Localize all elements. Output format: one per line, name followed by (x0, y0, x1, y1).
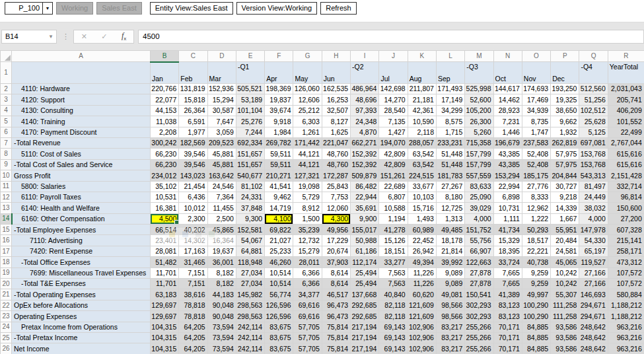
cell-K3[interactable]: 21,181 (408, 94, 436, 105)
column-header-H[interactable]: H (322, 51, 350, 62)
cell-L1[interactable]: Sep (436, 62, 464, 84)
cell-H15[interactable]: 49,956 (322, 225, 350, 235)
row-header-24[interactable]: 24 (1, 322, 12, 332)
cell-L20[interactable]: 9,089 (436, 279, 464, 289)
cell-A16[interactable]: 7110: Advertising (12, 235, 151, 246)
cell-A2[interactable]: 4110: Hardware (12, 84, 151, 94)
cell-P18[interactable]: 45,065 (551, 257, 579, 267)
cell-F12[interactable]: 9,462 (265, 192, 293, 202)
cell-J11[interactable]: 22,689 (379, 181, 408, 192)
cell-O20[interactable]: 9,259 (522, 279, 550, 289)
cell-E6[interactable]: 7,244 (236, 127, 264, 137)
cell-H13[interactable]: 12,060 (322, 203, 350, 213)
cell-P4[interactable]: 38,650 (551, 105, 579, 116)
row-header-5[interactable]: 5 (1, 116, 12, 127)
cell-F16[interactable]: 21,027 (265, 235, 293, 246)
cell-C4[interactable]: 26,364 (179, 105, 207, 116)
cell-K10[interactable]: 224,515 (408, 170, 436, 181)
cell-Q3[interactable]: 51,256 (579, 94, 608, 105)
cell-E4[interactable]: 101,104 (236, 105, 264, 116)
cell-M23[interactable]: 302,293 (465, 311, 493, 322)
cell-F17[interactable]: 25,233 (265, 246, 293, 256)
cell-R26[interactable]: 963,216 (608, 343, 644, 354)
cell-N9[interactable]: 43,385 (493, 159, 522, 170)
cell-B6[interactable]: 2,208 (151, 127, 179, 137)
cell-B2[interactable]: 220,766 (151, 84, 179, 94)
chevron-down-icon[interactable]: ▼ (42, 3, 52, 14)
cell-G24[interactable]: 57,705 (293, 322, 322, 332)
cell-F7[interactable]: 269,782 (265, 137, 293, 148)
cell-M24[interactable]: 255,266 (465, 322, 493, 332)
cell-R25[interactable]: 963,216 (608, 332, 644, 343)
cell-F23[interactable]: 126,596 (265, 311, 293, 322)
row-header-3[interactable]: 3 (1, 94, 12, 105)
cell-R23[interactable]: 1,188,212 (608, 311, 644, 322)
pov-page-selector[interactable]: P_100 ▼ (5, 2, 53, 15)
cell-G23[interactable]: 69,616 (293, 311, 322, 322)
cell-P1[interactable]: Dec (551, 62, 579, 84)
cell-K16[interactable]: 22,452 (408, 235, 436, 246)
cell-P9[interactable]: 57,975 (551, 159, 579, 170)
cell-H4[interactable]: 32,507 (322, 105, 350, 116)
cell-Q11[interactable]: 81,497 (579, 181, 608, 192)
cell-P20[interactable]: 10,242 (551, 279, 579, 289)
cell-B21[interactable]: 63,183 (151, 289, 179, 300)
cell-P16[interactable]: 20,484 (551, 235, 579, 246)
cell-I26[interactable]: 217,194 (351, 343, 379, 354)
cell-B12[interactable]: 10,531 (151, 192, 179, 202)
cell-J23[interactable]: 82,118 (379, 311, 408, 322)
cell-C17[interactable]: 17,163 (179, 246, 207, 256)
cell-O19[interactable]: 9,259 (522, 267, 550, 278)
cell-J7[interactable]: 194,070 (379, 137, 408, 148)
cell-K22[interactable]: 121,609 (408, 300, 436, 310)
column-header-R[interactable]: R (608, 51, 644, 62)
cell-I13[interactable]: 35,691 (351, 203, 379, 213)
cell-I23[interactable]: 292,685 (351, 311, 379, 322)
column-header-B[interactable]: B (151, 51, 179, 62)
cell-C15[interactable]: 40,202 (179, 225, 207, 235)
cell-B19[interactable]: 11,701 (151, 267, 179, 278)
cell-M26[interactable]: 255,266 (465, 343, 493, 354)
cell-C21[interactable]: 38,616 (179, 289, 207, 300)
cell-J4[interactable]: 28,540 (379, 105, 408, 116)
cell-Q7[interactable]: 697,081 (579, 137, 608, 148)
cell-A6[interactable]: 4170: Payment Discount (12, 127, 151, 137)
cell-L25[interactable]: 83,217 (436, 332, 464, 343)
cell-A14[interactable]: 6160: Other Compensation (12, 213, 151, 224)
cell-M3[interactable]: 52,600 (465, 94, 493, 105)
cell-M13[interactable]: 39,029 (465, 203, 493, 213)
cell-F1[interactable]: Apr (265, 62, 293, 84)
cell-B11[interactable]: 35,102 (151, 181, 179, 192)
cell-G12[interactable]: 5,729 (293, 192, 322, 202)
cell-L10[interactable]: 181,783 (436, 170, 464, 181)
cell-I25[interactable]: 217,194 (351, 332, 379, 343)
row-header-14[interactable]: 14 (1, 213, 12, 224)
cell-P15[interactable]: 55,951 (551, 225, 579, 235)
cell-R19[interactable]: 107,572 (608, 267, 644, 278)
cell-I16[interactable]: 50,988 (351, 235, 379, 246)
cell-K24[interactable]: 102,906 (408, 322, 436, 332)
cell-R2[interactable]: 2,031,043 (608, 84, 644, 94)
cell-N2[interactable]: 144,617 (493, 84, 522, 94)
cell-J16[interactable]: 15,126 (379, 235, 408, 246)
cell-A22[interactable]: OpEx before Allocations (12, 300, 151, 310)
cell-M5[interactable]: 26,300 (465, 116, 493, 127)
cell-K21[interactable]: 60,620 (408, 289, 436, 300)
cell-O23[interactable]: 100,290 (522, 311, 550, 322)
cell-E26[interactable]: 242,114 (236, 343, 264, 354)
cell-D21[interactable]: 44,183 (207, 289, 236, 300)
cell-A10[interactable]: Gross Profit (12, 170, 151, 181)
cell-P11[interactable]: 30,727 (551, 181, 579, 192)
cell-R15[interactable]: 607,328 (608, 225, 644, 235)
cell-A13[interactable]: 6140: Health and Welfare (12, 203, 151, 213)
cell-L9[interactable]: 51,448 (436, 159, 464, 170)
cell-G19[interactable]: 6,366 (293, 267, 322, 278)
cell-A19[interactable]: 7699: Miscellaneous Travel Expenses (12, 267, 151, 278)
cell-N8[interactable]: 43,385 (493, 149, 522, 159)
column-header-D[interactable]: D (207, 51, 236, 62)
cell-K9[interactable]: 63,542 (408, 159, 436, 170)
cell-B10[interactable]: 234,012 (151, 170, 179, 181)
cell-M17[interactable]: 66,907 (465, 246, 493, 256)
cell-D11[interactable]: 24,546 (207, 181, 236, 192)
cell-H8[interactable]: 48,760 (322, 149, 350, 159)
